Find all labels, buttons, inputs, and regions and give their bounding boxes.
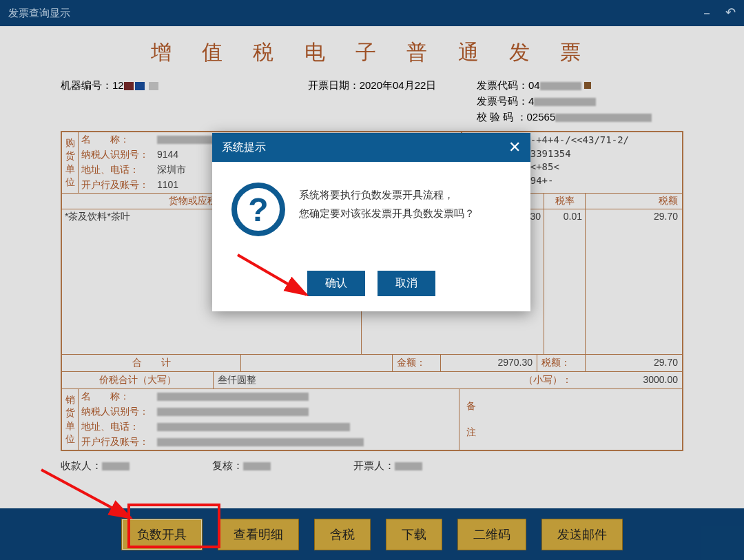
confirm-button[interactable]: 确认: [307, 271, 365, 296]
cancel-button[interactable]: 取消: [378, 271, 435, 296]
close-icon[interactable]: ✕: [508, 138, 521, 156]
question-icon: ?: [231, 183, 285, 236]
confirm-dialog: 系统提示 ✕ ? 系统将要执行负数发票开具流程， 您确定要对该张发票开具负数发票…: [212, 133, 530, 311]
dialog-message: 系统将要执行负数发票开具流程， 您确定要对该张发票开具负数发票吗？: [299, 183, 475, 236]
dialog-title: 系统提示: [222, 141, 266, 155]
